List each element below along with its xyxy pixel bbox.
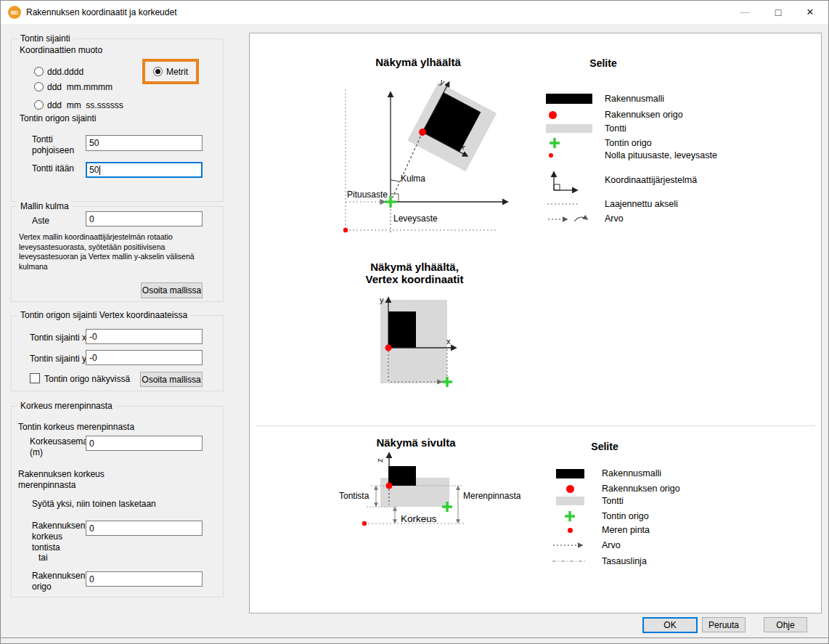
osoita-mallissa-button-2[interactable]: Osoita mallissa — [140, 372, 203, 387]
legend-item: Tontin origo — [549, 509, 649, 523]
legend-label: Laajennettu akseli — [605, 199, 678, 209]
minimize-button[interactable]: — — [731, 1, 759, 23]
model-y-axis-label: y — [438, 77, 446, 86]
tontin-origon-sijainti-label: Tontin origon sijainti — [20, 113, 96, 124]
maximize-icon: □ — [775, 7, 781, 18]
group-title: Mallin kulma — [17, 201, 72, 211]
korkeusasema-label: Korkeusasema (m) — [30, 436, 86, 458]
vertex-view-title-line1: Näkymä ylhäältä, — [320, 261, 509, 273]
model-x-axis-label: x — [446, 337, 451, 346]
legend-item: Rakennusmalli — [545, 91, 664, 106]
side-view-diagram: z Tontista Merenpinnasta Korkeus — [327, 449, 545, 533]
radio-ddd-mm[interactable] — [34, 82, 44, 91]
side-view-title: Näkymä sivulta — [329, 436, 503, 449]
legend-label: Tontti — [605, 123, 626, 134]
text-caret — [99, 166, 100, 175]
angle-arc — [391, 180, 400, 182]
legend-label: Arvo — [602, 540, 621, 550]
legend-label: Rakennusmalli — [602, 468, 661, 478]
legend-title: Selite — [561, 441, 648, 452]
top-view-diagram: x y Pituusaste Leveysaste Kulma — [331, 70, 520, 235]
legend-label: Rakennusmalli — [605, 94, 664, 104]
coordinate-system-icon — [547, 167, 581, 193]
ok-button[interactable]: OK — [642, 617, 698, 633]
building-origin-dot — [385, 345, 392, 351]
rakennuksen-korkeus-label: Rakennuksen korkeus merenpinnasta — [18, 469, 120, 491]
tontista-label: Tontista — [339, 491, 369, 501]
section-separator — [256, 425, 815, 426]
minimize-icon: — — [740, 7, 750, 17]
legend-item: Rakennuksen origo — [545, 107, 683, 122]
ohje-button[interactable]: Ohje — [764, 617, 807, 632]
legend-label: Rakennuksen origo — [605, 110, 683, 120]
rakennuksen-korkeus-tontista-label: Rakennuksen korkeus tontista — [32, 521, 86, 553]
legend-label: Koordinaattijärjestelmä — [605, 175, 697, 185]
legend-item: Laajennettu akseli — [545, 197, 678, 211]
tontti-pohjoiseen-field[interactable]: 50 — [86, 135, 203, 151]
legend-label: Meren pinta — [602, 525, 650, 535]
legend-item: Tontti — [545, 121, 626, 136]
black-rect-icon — [546, 94, 592, 104]
rakennuksen-korkeus-tontista-field[interactable]: 0 — [86, 521, 203, 536]
maximize-button[interactable]: □ — [764, 1, 792, 23]
rakennuksen-origo-label: Rakennuksen origo — [32, 571, 90, 592]
close-button[interactable]: ✕ — [796, 1, 824, 23]
green-plus-icon — [549, 137, 560, 149]
tontti-itaan-field[interactable]: 50 — [86, 162, 203, 178]
radio-ddd-mm-ss[interactable] — [34, 100, 44, 110]
rotated-model: x y — [407, 76, 499, 171]
tontti-itaan-label: Tontti itään — [32, 163, 74, 174]
legend-item: Rakennusmalli — [549, 466, 661, 481]
tontin-sijainti-y-field[interactable]: -0 — [86, 350, 203, 365]
kulma-label: Kulma — [401, 174, 425, 184]
green-plus-icon — [564, 510, 576, 522]
legend-label: Arvo — [605, 213, 624, 224]
peruuta-button[interactable]: Peruuta — [702, 617, 746, 632]
red-dot-icon — [549, 111, 557, 119]
window-title: Rakennuksen koordinaatit ja korkeudet — [26, 7, 176, 17]
tontin-sijainti-x-field[interactable]: -0 — [86, 329, 203, 344]
legend-item: Tontti — [549, 494, 624, 508]
tontin-origo-nakyvissa-checkbox[interactable] — [30, 373, 40, 383]
close-icon: ✕ — [806, 7, 814, 17]
legend-top: Selite Rakennusmalli Rakennuksen origo T… — [545, 52, 796, 233]
black-rect-icon — [556, 469, 584, 478]
tontin-origo-nakyvissa-label: Tontin origo näkyvissä — [44, 374, 130, 385]
dialog-window: BD Rakennuksen koordinaatit ja korkeudet… — [0, 0, 829, 644]
dotted-line-icon — [547, 200, 580, 208]
radio-ddd-mm-ss-label: ddd mm ss.ssssss — [47, 100, 123, 111]
radio-ddd-mm-label: ddd mm.mmmm — [47, 82, 113, 93]
merenpinnasta-label: Merenpinnasta — [463, 491, 521, 501]
tontti-pohjoiseen-label: Tontti pohjoiseen — [32, 134, 83, 156]
rakennuksen-origo-field[interactable]: 0 — [86, 571, 203, 587]
gray-rect-icon — [546, 124, 592, 133]
osoita-mallissa-button-1[interactable]: Osoita mallissa — [141, 282, 203, 298]
group-title: Tontin origon sijainti Vertex koordinaat… — [17, 310, 190, 320]
legend-title: Selite — [560, 57, 647, 69]
tontin-korkeus-label: Tontin korkeus merenpinnasta — [18, 422, 134, 433]
legend-side: Selite Rakennusmalli Rakennuksen origo T… — [549, 435, 799, 580]
titlebar: BD Rakennuksen koordinaatit ja korkeudet… — [1, 1, 828, 24]
legend-item: Tasauslinja — [549, 554, 647, 568]
legend-item: Meren pinta — [549, 523, 650, 537]
legend-label: Rakennuksen origo — [602, 484, 680, 494]
tontin-sijainti-y-label: Tontin sijainti y — [30, 354, 86, 364]
building-rect — [388, 466, 416, 486]
gray-rect-icon — [556, 497, 584, 505]
model-z-axis-label: z — [375, 459, 384, 463]
vertex-view-title-line2: Vertex koordinaatit — [320, 273, 509, 285]
mallin-kulma-description: Vertex mallin koordinaattijärjestelmän r… — [19, 232, 221, 272]
small-red-dot-icon — [568, 528, 573, 533]
leveysaste-label: Leveysaste — [393, 213, 438, 224]
aste-field[interactable]: 0 — [86, 211, 203, 227]
korkeusasema-field[interactable]: 0 — [86, 436, 203, 451]
dash-line-icon — [552, 558, 588, 565]
korkeus-label: Korkeus — [401, 513, 437, 524]
legend-item: Arvo — [549, 538, 621, 553]
model-y-axis-label: y — [380, 295, 384, 304]
sea-level-dot — [362, 521, 367, 526]
legend-label: Nolla pituusaste, leveysaste — [605, 150, 717, 160]
radio-ddd-dddd[interactable] — [34, 67, 44, 76]
tontin-sijainti-x-label: Tontin sijainti x — [30, 333, 86, 343]
tontti-itaan-value: 50 — [89, 165, 99, 175]
